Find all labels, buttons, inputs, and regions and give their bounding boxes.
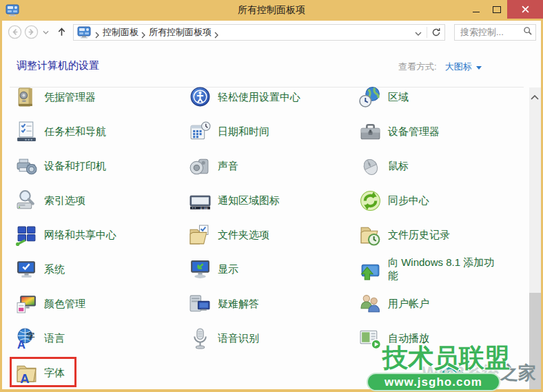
panel-item[interactable]: 日期和时间 — [189, 114, 351, 149]
panel-item[interactable]: 用户帐户 — [359, 287, 523, 321]
titlebar: 所有控制面板项 — [0, 0, 543, 21]
panel-item-label: 日期和时间 — [218, 125, 269, 138]
panel-item[interactable]: A字体 — [15, 355, 181, 390]
file-history-icon — [359, 224, 382, 247]
watermark-site-badge: www.jsgho.com — [367, 373, 500, 391]
ease-of-access-icon — [189, 86, 212, 109]
maximize-button[interactable] — [486, 0, 507, 19]
panel-item-label: 鼠标 — [388, 160, 409, 173]
panel-item-label: 同步中心 — [388, 194, 429, 207]
panel-item[interactable]: 语音识别 — [189, 321, 351, 355]
view-by-value: 大图标 — [445, 61, 472, 73]
svg-text:A: A — [20, 371, 29, 384]
user-accounts-icon — [359, 293, 382, 316]
devices-printers-icon — [15, 155, 38, 178]
panel-item[interactable]: 索引选项 — [15, 183, 181, 218]
panel-item[interactable]: 文件夹选项 — [189, 218, 351, 252]
breadcrumb-chevron-icon[interactable] — [214, 29, 219, 36]
panel-item[interactable]: 鼠标 — [359, 149, 523, 183]
window-title: 所有控制面板项 — [0, 0, 543, 21]
panel-item-label: 文件历史记录 — [388, 229, 450, 242]
panel-item[interactable]: 颜色管理 — [15, 287, 181, 321]
sync-center-icon — [359, 189, 382, 212]
svg-text:A: A — [17, 338, 25, 349]
panel-item-label: 设备和打印机 — [44, 160, 106, 173]
panel-item[interactable]: 字A语言 — [15, 321, 181, 355]
sound-icon — [189, 155, 212, 178]
address-bar[interactable]: 控制面板 所有控制面板项 — [73, 24, 445, 41]
search-icon[interactable] — [523, 26, 533, 39]
panel-item[interactable]: 设备管理器 — [359, 114, 523, 149]
panel-item-label: 区域 — [388, 91, 409, 104]
device-manager-icon — [359, 121, 382, 143]
search-input[interactable] — [459, 26, 523, 38]
refresh-button[interactable] — [429, 28, 443, 37]
color-management-icon — [15, 293, 38, 316]
view-by-dropdown[interactable]: 大图标 — [445, 61, 482, 73]
close-button[interactable] — [507, 0, 543, 19]
panel-item[interactable]: 声音 — [189, 149, 351, 183]
panel-item[interactable]: 网络和共享中心 — [15, 218, 181, 252]
view-by-label: 查看方式: — [398, 61, 437, 73]
back-button[interactable] — [8, 25, 22, 39]
autoplay-icon — [359, 327, 382, 350]
indexing-options-icon — [15, 189, 38, 212]
mouse-icon — [359, 155, 382, 178]
svg-text:0:00: 0:00 — [201, 206, 208, 209]
panel-item-label: 任务栏和导航 — [44, 125, 106, 138]
close-icon — [522, 3, 529, 16]
panel-item[interactable]: 显示 — [189, 252, 351, 287]
panel-item-label: 颜色管理 — [44, 298, 85, 311]
panel-column: 凭据管理器任务栏和导航设备和打印机索引选项网络和共享中心系统颜色管理字A语言A字… — [15, 80, 181, 390]
breadcrumb-control-panel[interactable]: 控制面板 — [103, 26, 139, 39]
region-icon — [359, 86, 382, 109]
panel-item-label: 轻松使用设置中心 — [218, 91, 300, 104]
panel-item-label: 通知区域图标 — [218, 194, 280, 207]
search-box — [454, 24, 536, 41]
svg-text:字: 字 — [27, 331, 35, 340]
panel-item[interactable]: 0:00通知区域图标 — [189, 183, 351, 218]
toolbar: 控制面板 所有控制面板项 — [2, 21, 541, 43]
panel-item[interactable]: 疑难解答 — [189, 287, 351, 321]
display-icon — [189, 258, 212, 281]
vertical-scrollbar[interactable] — [529, 87, 541, 389]
panel-item[interactable]: 系统 — [15, 252, 181, 287]
panel-item[interactable]: 轻松使用设置中心 — [189, 80, 351, 114]
panel-item-label: 网络和共享中心 — [44, 229, 116, 242]
address-dropdown-icon[interactable] — [412, 26, 424, 39]
system-icon — [15, 258, 38, 281]
chevron-down-icon — [476, 66, 482, 70]
notification-area-icon: 0:00 — [189, 189, 212, 212]
panel-column: 轻松使用设置中心日期和时间声音0:00通知区域图标文件夹选项显示疑难解答语音识别 — [189, 80, 351, 355]
panel-item-label: 声音 — [218, 160, 238, 173]
panel-item-label: 向 Windows 8.1 添加功能 — [388, 256, 498, 282]
breadcrumb-chevron-icon[interactable] — [141, 29, 146, 36]
panel-item-label: 语音识别 — [218, 332, 259, 345]
taskbar-navigation-icon — [15, 121, 38, 143]
address-divider — [427, 27, 427, 38]
folder-options-icon — [189, 224, 212, 247]
scroll-up-icon[interactable] — [531, 90, 539, 96]
panel-item-label: 系统 — [44, 263, 65, 276]
panel-item[interactable]: 任务栏和导航 — [15, 114, 181, 149]
breadcrumb-all-items[interactable]: 所有控制面板项 — [149, 26, 212, 39]
panel-item[interactable]: 向 Windows 8.1 添加功能 — [359, 252, 523, 287]
panel-item-label: 显示 — [218, 263, 238, 276]
panel-item[interactable]: 同步中心 — [359, 183, 523, 218]
history-dropdown-icon[interactable] — [41, 30, 50, 34]
panel-item[interactable]: 文件历史记录 — [359, 218, 523, 252]
breadcrumb-chevron-icon[interactable] — [95, 29, 100, 36]
panel-item[interactable]: 设备和打印机 — [15, 149, 181, 183]
panel-item-label: 用户帐户 — [388, 298, 429, 311]
troubleshooting-icon — [189, 293, 212, 316]
panel-item-label: 语言 — [44, 332, 65, 345]
up-button[interactable] — [57, 27, 67, 37]
view-by: 查看方式: 大图标 — [398, 61, 482, 73]
speech-recognition-icon — [189, 327, 212, 350]
panel-item[interactable]: 区域 — [359, 80, 523, 114]
minimize-button[interactable] — [466, 0, 486, 19]
panel-item[interactable]: 凭据管理器 — [15, 80, 181, 114]
add-features-icon — [359, 258, 382, 281]
forward-button[interactable] — [24, 25, 39, 39]
panel-item-label: 字体 — [44, 367, 65, 380]
